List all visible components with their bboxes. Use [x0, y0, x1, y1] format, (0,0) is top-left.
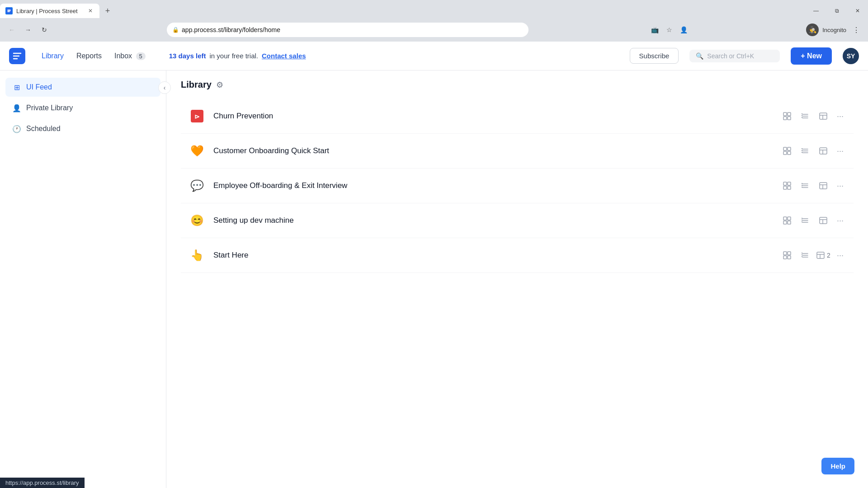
table-count-badge: 2	[827, 252, 830, 259]
svg-rect-59	[788, 256, 791, 259]
svg-rect-56	[783, 252, 787, 255]
more-options-offboarding[interactable]: ···	[834, 179, 846, 192]
item-name-starthere[interactable]: Start Here	[213, 251, 773, 260]
more-options-starthere[interactable]: ···	[834, 249, 846, 262]
search-box[interactable]: 🔍 Search or Ctrl+K	[689, 50, 780, 62]
chrome-menu-button[interactable]: ⋮	[850, 23, 863, 36]
cast-icon[interactable]: 📺	[648, 23, 661, 36]
list-view-icon[interactable]	[798, 109, 812, 123]
more-options-churn[interactable]: ···	[834, 110, 846, 123]
checklist-view-icon[interactable]	[780, 144, 794, 158]
item-name-churn[interactable]: Churn Prevention	[213, 112, 773, 121]
search-icon: 🔍	[696, 52, 703, 60]
table-view-icon[interactable]	[816, 178, 830, 193]
svg-rect-65	[802, 256, 802, 257]
item-icon-onboarding: 🧡	[188, 142, 206, 160]
list-view-icon[interactable]	[798, 213, 812, 228]
help-button[interactable]: Help	[821, 458, 854, 474]
library-items-list: ⊳ Churn Prevention ···	[181, 99, 854, 273]
avatar[interactable]: SY	[843, 48, 859, 64]
item-icon-devmachine: 😊	[188, 211, 206, 230]
person-icon: 👤	[12, 103, 22, 113]
subscribe-button[interactable]: Subscribe	[630, 48, 679, 64]
checklist-view-icon[interactable]	[780, 109, 794, 123]
svg-rect-51	[802, 220, 802, 221]
svg-rect-18	[788, 147, 791, 150]
app-logo[interactable]	[9, 48, 25, 64]
sidebar-label-ui-feed: UI Feed	[26, 83, 52, 91]
bookmark-icon[interactable]: ☆	[663, 23, 675, 36]
item-name-offboarding[interactable]: Employee Off-boarding & Exit Interview	[213, 181, 773, 190]
item-icon-starthere: 👆	[188, 246, 206, 264]
svg-rect-4	[783, 113, 787, 116]
svg-rect-27	[820, 148, 827, 154]
item-name-onboarding[interactable]: Customer Onboarding Quick Start	[213, 146, 773, 155]
library-settings-icon[interactable]: ⚙	[216, 80, 223, 90]
sidebar-item-ui-feed[interactable]: ⊞ UI Feed	[5, 78, 160, 97]
checklist-view-icon[interactable]	[780, 213, 794, 228]
table-view-icon[interactable]	[816, 213, 830, 228]
item-name-devmachine[interactable]: Setting up dev machine	[213, 216, 773, 225]
svg-rect-12	[802, 115, 802, 116]
trial-banner: 13 days left in your free trial. Contact…	[169, 52, 306, 60]
maximize-button[interactable]: ⧉	[826, 4, 847, 18]
table-view-icon[interactable]	[816, 144, 830, 158]
nav-reports[interactable]: Reports	[71, 49, 107, 63]
trial-days-left: 13 days left	[169, 52, 206, 60]
svg-rect-24	[802, 148, 802, 149]
library-header: Library ⚙	[181, 80, 854, 90]
library-item: 🧡 Customer Onboarding Quick Start ···	[181, 134, 854, 169]
address-bar[interactable]: 🔒 app.process.st/library/folders/home	[167, 23, 528, 37]
item-actions-offboarding: ···	[780, 178, 846, 193]
svg-rect-43	[783, 217, 787, 220]
profile-icon[interactable]: 👤	[677, 23, 690, 36]
list-view-icon[interactable]	[798, 144, 812, 158]
svg-rect-57	[788, 252, 791, 255]
incognito-label: Incognito	[822, 27, 846, 33]
url-text: app.process.st/library/folders/home	[182, 26, 280, 33]
svg-rect-14	[820, 113, 827, 119]
svg-rect-52	[802, 221, 802, 222]
svg-rect-17	[783, 147, 787, 150]
new-button[interactable]: + New	[791, 47, 832, 65]
more-options-onboarding[interactable]: ···	[834, 145, 846, 158]
checklist-view-icon[interactable]	[780, 178, 794, 193]
tab-close-button[interactable]: ✕	[87, 7, 94, 14]
svg-rect-50	[802, 218, 802, 219]
item-icon-churn: ⊳	[188, 107, 206, 125]
svg-rect-30	[783, 182, 787, 185]
clock-icon: 🕐	[12, 124, 22, 134]
svg-rect-26	[802, 152, 802, 153]
sidebar-item-scheduled[interactable]: 🕐 Scheduled	[5, 119, 160, 138]
incognito-icon: 🕵	[806, 23, 819, 36]
svg-rect-6	[783, 117, 787, 120]
lock-icon: 🔒	[172, 27, 179, 33]
more-options-devmachine[interactable]: ···	[834, 214, 846, 227]
library-item: 💬 Employee Off-boarding & Exit Interview…	[181, 169, 854, 203]
svg-rect-13	[802, 117, 802, 118]
nav-library[interactable]: Library	[36, 49, 69, 63]
new-tab-button[interactable]: +	[101, 5, 114, 17]
item-actions-onboarding: ···	[780, 144, 846, 158]
top-navigation: Library Reports Inbox 5 13 days left in …	[0, 42, 868, 70]
checklist-view-icon[interactable]	[780, 248, 794, 263]
browser-tab[interactable]: Library | Process Street ✕	[0, 4, 99, 18]
library-item: 👆 Start Here 2 ···	[181, 238, 854, 273]
list-view-icon[interactable]	[798, 178, 812, 193]
contact-sales-link[interactable]: Contact sales	[262, 52, 306, 60]
refresh-button[interactable]: ↻	[38, 23, 51, 36]
list-view-icon[interactable]	[798, 248, 812, 263]
library-item: ⊳ Churn Prevention ···	[181, 99, 854, 134]
trial-suffix: in your free trial.	[209, 52, 258, 60]
table-view-with-count-icon[interactable]: 2	[816, 248, 830, 263]
tab-favicon	[5, 7, 13, 14]
library-item: 😊 Setting up dev machine ···	[181, 203, 854, 238]
minimize-button[interactable]: —	[806, 4, 826, 18]
back-button[interactable]: ←	[5, 23, 18, 36]
sidebar-item-private-library[interactable]: 👤 Private Library	[5, 99, 160, 117]
forward-button[interactable]: →	[22, 23, 34, 36]
sidebar-collapse-button[interactable]: ‹	[158, 81, 171, 94]
nav-inbox[interactable]: Inbox 5	[109, 49, 151, 63]
close-window-button[interactable]: ✕	[847, 4, 868, 18]
table-view-icon[interactable]	[816, 109, 830, 123]
